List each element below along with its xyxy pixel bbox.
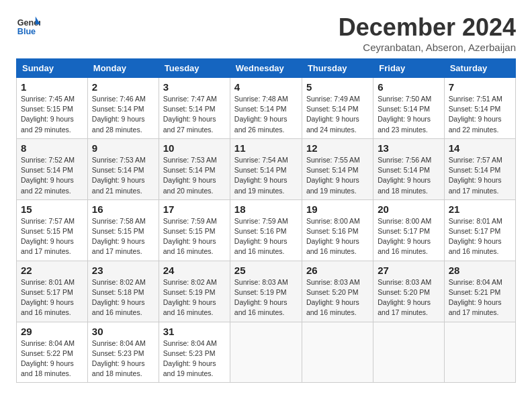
day-number: 22 — [21, 265, 83, 276]
day-info: Sunrise: 7:59 AM Sunset: 5:15 PM Dayligh… — [163, 216, 226, 257]
day-number: 12 — [306, 142, 369, 154]
calendar-cell: 11Sunrise: 7:54 AM Sunset: 5:14 PM Dayli… — [230, 138, 302, 199]
day-info: Sunrise: 7:53 AM Sunset: 5:14 PM Dayligh… — [92, 155, 154, 196]
calendar-cell: 18Sunrise: 7:59 AM Sunset: 5:16 PM Dayli… — [230, 199, 302, 261]
calendar-cell: 23Sunrise: 8:02 AM Sunset: 5:18 PM Dayli… — [87, 261, 159, 322]
day-number: 10 — [163, 142, 226, 154]
calendar-cell: 31Sunrise: 8:04 AM Sunset: 5:23 PM Dayli… — [159, 322, 230, 383]
calendar-week-5: 29Sunrise: 8:04 AM Sunset: 5:22 PM Dayli… — [17, 322, 516, 383]
day-number: 27 — [378, 265, 439, 276]
day-info: Sunrise: 7:58 AM Sunset: 5:15 PM Dayligh… — [92, 216, 154, 257]
day-number: 23 — [92, 265, 154, 276]
logo: General Blue — [16, 13, 40, 38]
calendar-cell: 6Sunrise: 7:50 AM Sunset: 5:14 PM Daylig… — [373, 78, 444, 139]
calendar-cell: 8Sunrise: 7:52 AM Sunset: 5:14 PM Daylig… — [17, 138, 88, 199]
day-info: Sunrise: 8:01 AM Sunset: 5:17 PM Dayligh… — [449, 216, 511, 257]
day-info: Sunrise: 7:48 AM Sunset: 5:14 PM Dayligh… — [234, 94, 298, 135]
calendar-cell: 9Sunrise: 7:53 AM Sunset: 5:14 PM Daylig… — [87, 138, 159, 199]
day-info: Sunrise: 8:03 AM Sunset: 5:20 PM Dayligh… — [378, 277, 439, 318]
calendar-cell: 5Sunrise: 7:49 AM Sunset: 5:14 PM Daylig… — [302, 78, 373, 139]
weekday-friday: Friday — [373, 59, 444, 78]
weekday-header-row: SundayMondayTuesdayWednesdayThursdayFrid… — [17, 59, 516, 78]
day-info: Sunrise: 8:01 AM Sunset: 5:17 PM Dayligh… — [21, 277, 83, 318]
calendar-cell: 3Sunrise: 7:47 AM Sunset: 5:14 PM Daylig… — [159, 78, 230, 139]
day-info: Sunrise: 7:46 AM Sunset: 5:14 PM Dayligh… — [92, 94, 154, 135]
day-number: 31 — [163, 326, 226, 337]
calendar-week-3: 15Sunrise: 7:57 AM Sunset: 5:15 PM Dayli… — [17, 199, 516, 261]
day-number: 20 — [378, 203, 439, 215]
day-number: 15 — [21, 203, 83, 215]
calendar-week-4: 22Sunrise: 8:01 AM Sunset: 5:17 PM Dayli… — [17, 261, 516, 322]
day-number: 18 — [234, 203, 298, 215]
calendar-cell: 30Sunrise: 8:04 AM Sunset: 5:23 PM Dayli… — [87, 322, 159, 383]
page-header: General Blue December 2024 Ceyranbatan, … — [16, 13, 516, 53]
calendar-week-1: 1Sunrise: 7:45 AM Sunset: 5:15 PM Daylig… — [17, 78, 516, 139]
day-number: 13 — [378, 142, 439, 154]
day-info: Sunrise: 7:50 AM Sunset: 5:14 PM Dayligh… — [378, 94, 439, 135]
day-number: 28 — [449, 265, 511, 276]
weekday-monday: Monday — [87, 59, 159, 78]
day-number: 30 — [92, 326, 154, 337]
calendar-cell: 16Sunrise: 7:58 AM Sunset: 5:15 PM Dayli… — [87, 199, 159, 261]
weekday-tuesday: Tuesday — [159, 59, 230, 78]
calendar-cell: 21Sunrise: 8:01 AM Sunset: 5:17 PM Dayli… — [444, 199, 515, 261]
day-number: 26 — [306, 265, 369, 276]
title-area: December 2024 Ceyranbatan, Abseron, Azer… — [339, 13, 516, 53]
calendar-cell: 24Sunrise: 8:02 AM Sunset: 5:19 PM Dayli… — [159, 261, 230, 322]
logo-icon: General Blue — [16, 13, 40, 38]
day-info: Sunrise: 8:00 AM Sunset: 5:16 PM Dayligh… — [306, 216, 369, 257]
day-number: 4 — [234, 81, 298, 93]
calendar-cell — [444, 322, 515, 383]
calendar-cell: 28Sunrise: 8:04 AM Sunset: 5:21 PM Dayli… — [444, 261, 515, 322]
weekday-saturday: Saturday — [444, 59, 515, 78]
calendar-cell: 17Sunrise: 7:59 AM Sunset: 5:15 PM Dayli… — [159, 199, 230, 261]
day-info: Sunrise: 7:55 AM Sunset: 5:14 PM Dayligh… — [306, 155, 369, 196]
calendar-cell: 7Sunrise: 7:51 AM Sunset: 5:14 PM Daylig… — [444, 78, 515, 139]
calendar-cell — [302, 322, 373, 383]
weekday-sunday: Sunday — [17, 59, 88, 78]
calendar-table: SundayMondayTuesdayWednesdayThursdayFrid… — [16, 58, 516, 383]
day-number: 14 — [449, 142, 511, 154]
calendar-cell: 14Sunrise: 7:57 AM Sunset: 5:14 PM Dayli… — [444, 138, 515, 199]
calendar-cell: 20Sunrise: 8:00 AM Sunset: 5:17 PM Dayli… — [373, 199, 444, 261]
day-info: Sunrise: 8:00 AM Sunset: 5:17 PM Dayligh… — [378, 216, 439, 257]
day-info: Sunrise: 8:04 AM Sunset: 5:22 PM Dayligh… — [21, 338, 83, 379]
day-info: Sunrise: 7:56 AM Sunset: 5:14 PM Dayligh… — [378, 155, 439, 196]
location: Ceyranbatan, Abseron, Azerbaijan — [339, 42, 516, 53]
calendar-cell: 4Sunrise: 7:48 AM Sunset: 5:14 PM Daylig… — [230, 78, 302, 139]
calendar-cell: 29Sunrise: 8:04 AM Sunset: 5:22 PM Dayli… — [17, 322, 88, 383]
calendar-cell: 22Sunrise: 8:01 AM Sunset: 5:17 PM Dayli… — [17, 261, 88, 322]
calendar-cell: 27Sunrise: 8:03 AM Sunset: 5:20 PM Dayli… — [373, 261, 444, 322]
day-info: Sunrise: 8:03 AM Sunset: 5:20 PM Dayligh… — [306, 277, 369, 318]
calendar-cell: 12Sunrise: 7:55 AM Sunset: 5:14 PM Dayli… — [302, 138, 373, 199]
day-info: Sunrise: 8:04 AM Sunset: 5:23 PM Dayligh… — [163, 338, 226, 379]
day-number: 6 — [378, 81, 439, 93]
day-info: Sunrise: 7:52 AM Sunset: 5:14 PM Dayligh… — [21, 155, 83, 196]
month-title: December 2024 — [339, 13, 516, 42]
calendar-cell: 10Sunrise: 7:53 AM Sunset: 5:14 PM Dayli… — [159, 138, 230, 199]
day-number: 1 — [21, 81, 83, 93]
day-number: 25 — [234, 265, 298, 276]
calendar-cell: 25Sunrise: 8:03 AM Sunset: 5:19 PM Dayli… — [230, 261, 302, 322]
day-info: Sunrise: 7:51 AM Sunset: 5:14 PM Dayligh… — [449, 94, 511, 135]
calendar-cell — [230, 322, 302, 383]
day-info: Sunrise: 7:57 AM Sunset: 5:14 PM Dayligh… — [449, 155, 511, 196]
calendar-cell: 2Sunrise: 7:46 AM Sunset: 5:14 PM Daylig… — [87, 78, 159, 139]
day-number: 16 — [92, 203, 154, 215]
day-info: Sunrise: 8:02 AM Sunset: 5:18 PM Dayligh… — [92, 277, 154, 318]
day-number: 19 — [306, 203, 369, 215]
calendar-cell — [373, 322, 444, 383]
calendar-cell: 13Sunrise: 7:56 AM Sunset: 5:14 PM Dayli… — [373, 138, 444, 199]
day-number: 11 — [234, 142, 298, 154]
day-number: 7 — [449, 81, 511, 93]
day-number: 17 — [163, 203, 226, 215]
day-number: 9 — [92, 142, 154, 154]
day-info: Sunrise: 8:02 AM Sunset: 5:19 PM Dayligh… — [163, 277, 226, 318]
day-number: 24 — [163, 265, 226, 276]
day-number: 2 — [92, 81, 154, 93]
weekday-thursday: Thursday — [302, 59, 373, 78]
calendar-body: 1Sunrise: 7:45 AM Sunset: 5:15 PM Daylig… — [17, 78, 516, 383]
day-number: 21 — [449, 203, 511, 215]
day-info: Sunrise: 8:04 AM Sunset: 5:23 PM Dayligh… — [92, 338, 154, 379]
weekday-wednesday: Wednesday — [230, 59, 302, 78]
